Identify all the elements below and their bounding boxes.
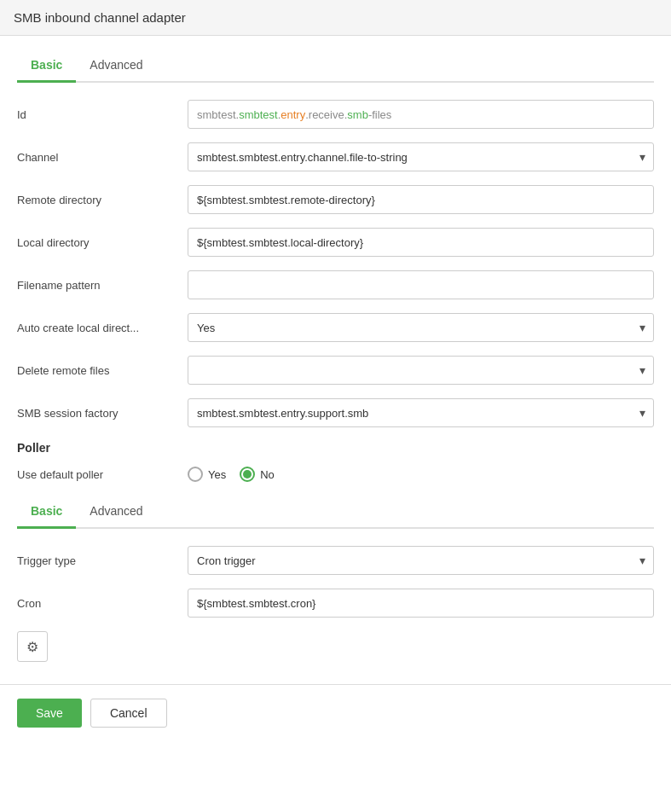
id-label: Id <box>17 108 188 121</box>
page-title-bar: SMB inbound channel adapter <box>0 0 671 36</box>
form-row-channel: Channel smbtest.smbtest.entry.channel.fi… <box>17 142 654 171</box>
remote-directory-input[interactable] <box>188 185 654 214</box>
remote-directory-label: Remote directory <box>17 194 188 206</box>
delete-remote-select[interactable]: Yes No <box>188 356 654 385</box>
poller-tab-bar: Basic Advanced <box>17 496 654 529</box>
trigger-type-label: Trigger type <box>17 554 188 567</box>
auto-create-select[interactable]: Yes No <box>188 313 654 342</box>
radio-yes[interactable]: Yes <box>188 467 226 482</box>
form-row-remote-directory: Remote directory <box>17 185 654 214</box>
form-row-trigger-type: Trigger type Cron trigger Fixed delay tr… <box>17 546 654 575</box>
smb-session-label: SMB session factory <box>17 407 188 420</box>
channel-label: Channel <box>17 151 188 164</box>
radio-no-dot <box>243 470 252 478</box>
gear-button[interactable]: ⚙ <box>17 631 48 662</box>
trigger-type-select-wrapper: Cron trigger Fixed delay trigger Fixed r… <box>188 546 654 575</box>
gear-icon: ⚙ <box>26 639 38 655</box>
form-row-auto-create: Auto create local direct... Yes No ▾ <box>17 313 654 342</box>
radio-no-label: No <box>260 468 275 481</box>
auto-create-label: Auto create local direct... <box>17 322 188 334</box>
form-row-delete-remote: Delete remote files Yes No ▾ <box>17 356 654 385</box>
filename-pattern-label: Filename pattern <box>17 279 188 292</box>
id-part-smb1: smbtest. <box>197 108 239 121</box>
channel-select-wrapper: smbtest.smbtest.entry.channel.file-to-st… <box>188 142 654 171</box>
channel-select[interactable]: smbtest.smbtest.entry.channel.file-to-st… <box>188 142 654 171</box>
poller-tab-advanced[interactable]: Advanced <box>76 496 156 529</box>
smb-session-select-wrapper: smbtest.smbtest.entry.support.smb ▾ <box>188 398 654 427</box>
form-row-cron: Cron <box>17 589 654 618</box>
trigger-type-select[interactable]: Cron trigger Fixed delay trigger Fixed r… <box>188 546 654 575</box>
radio-no-circle <box>240 467 255 482</box>
cron-label: Cron <box>17 597 188 610</box>
cron-input[interactable] <box>188 589 654 618</box>
radio-group: Yes No <box>188 467 275 482</box>
filename-pattern-input[interactable] <box>188 270 654 299</box>
page-title: SMB inbound channel adapter <box>14 10 186 25</box>
id-input-display[interactable]: smbtest.smbtest.entry.receive.smb-files <box>188 100 654 129</box>
smb-session-select[interactable]: smbtest.smbtest.entry.support.smb <box>188 398 654 427</box>
radio-no[interactable]: No <box>240 467 275 482</box>
local-directory-label: Local directory <box>17 236 188 249</box>
id-part-receive: receive. <box>309 108 348 121</box>
poller-heading: Poller <box>17 441 654 455</box>
poller-tab-basic[interactable]: Basic <box>17 496 76 529</box>
form-row-smb-session: SMB session factory smbtest.smbtest.entr… <box>17 398 654 427</box>
delete-remote-label: Delete remote files <box>17 364 188 377</box>
form-row-local-directory: Local directory <box>17 228 654 257</box>
id-part-smb2: smb <box>347 108 368 121</box>
delete-remote-select-wrapper: Yes No ▾ <box>188 356 654 385</box>
radio-yes-label: Yes <box>208 468 226 481</box>
auto-create-select-wrapper: Yes No ▾ <box>188 313 654 342</box>
main-tab-bar: Basic Advanced <box>17 49 654 83</box>
id-part-files: -files <box>368 108 391 121</box>
cancel-button[interactable]: Cancel <box>90 699 167 728</box>
local-directory-input[interactable] <box>188 228 654 257</box>
footer: Save Cancel <box>0 684 671 741</box>
id-part-entry: entry <box>281 108 305 121</box>
form-row-id: Id smbtest.smbtest.entry.receive.smb-fil… <box>17 100 654 129</box>
default-poller-label: Use default poller <box>17 468 188 481</box>
save-button[interactable]: Save <box>17 699 82 728</box>
form-row-default-poller: Use default poller Yes No <box>17 467 654 482</box>
tab-advanced[interactable]: Advanced <box>76 49 156 83</box>
tab-basic[interactable]: Basic <box>17 49 76 83</box>
form-row-filename-pattern: Filename pattern <box>17 270 654 299</box>
radio-yes-circle <box>188 467 203 482</box>
id-part-smb1-green: smbtest <box>239 108 278 121</box>
poller-section: Poller Use default poller Yes No Basic <box>17 441 654 662</box>
